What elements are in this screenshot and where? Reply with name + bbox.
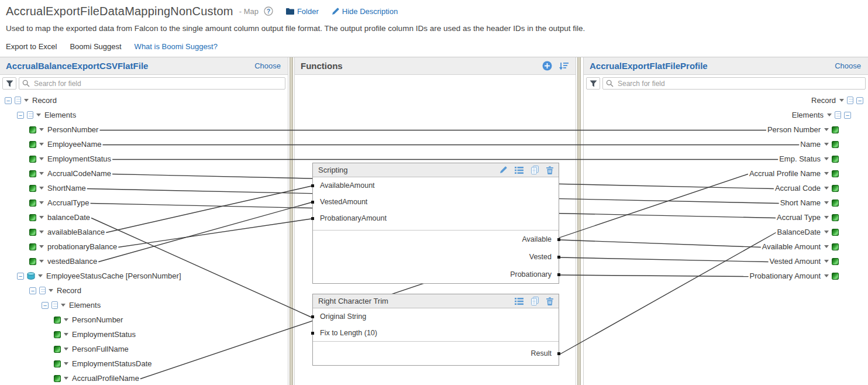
delete-function-icon[interactable]: [546, 166, 553, 174]
destination-search-input[interactable]: [602, 77, 866, 90]
tree-node-r-BalanceDate[interactable]: BalanceDate: [584, 225, 868, 239]
collapse-icon[interactable]: −: [856, 97, 863, 104]
output-connector[interactable]: [557, 352, 560, 355]
collapse-icon[interactable]: −: [29, 287, 36, 294]
tree-node-l-elements2[interactable]: −Elements: [0, 298, 288, 312]
tree-node-l-PersonNumber2[interactable]: PersonNumber: [0, 312, 288, 327]
tree-node-r-AvailableAmount[interactable]: Available Amount: [584, 239, 868, 254]
chevron-down-icon[interactable]: [61, 304, 66, 307]
collapse-icon[interactable]: −: [844, 112, 851, 119]
function-box-scripting[interactable]: ScriptingAvailableAmountVestedAmountProb…: [312, 163, 559, 284]
tree-node-r-AccrualType[interactable]: Accrual Type: [584, 210, 868, 225]
input-connector[interactable]: [311, 315, 314, 318]
function-box-rct[interactable]: Right Character TrimOriginal StringFix t…: [312, 294, 559, 366]
chevron-down-icon[interactable]: [824, 201, 829, 204]
chevron-down-icon[interactable]: [36, 114, 41, 116]
tree-node-r-elements[interactable]: Elements−: [584, 108, 868, 122]
tree-node-l-balanceDate[interactable]: balanceDate: [0, 210, 288, 225]
tree-node-r-AccrualProfileName[interactable]: Accrual Profile Name: [584, 166, 868, 181]
tree-node-r-record[interactable]: Record−: [584, 93, 868, 108]
function-input[interactable]: Original String: [313, 308, 559, 325]
tree-node-l-AccrualProfileName[interactable]: AccrualProfileName: [0, 371, 288, 385]
input-connector[interactable]: [311, 184, 314, 187]
input-connector[interactable]: [311, 201, 314, 204]
chevron-down-icon[interactable]: [39, 157, 44, 160]
function-box-header[interactable]: Right Character Trim: [313, 294, 559, 308]
sort-functions-icon[interactable]: [559, 62, 569, 70]
collapse-icon[interactable]: −: [5, 97, 12, 104]
function-input[interactable]: VestedAmount: [313, 194, 559, 210]
tree-node-l-AccrualType[interactable]: AccrualType: [0, 195, 288, 210]
function-output[interactable]: Result: [313, 342, 559, 365]
tree-node-l-EmploymentStatus2[interactable]: EmploymentStatus: [0, 327, 288, 342]
destination-choose-link[interactable]: Choose: [835, 61, 861, 70]
tree-node-l-EmployeeName[interactable]: EmployeeName: [0, 137, 288, 152]
chevron-down-icon[interactable]: [824, 260, 829, 263]
chevron-down-icon[interactable]: [39, 201, 44, 204]
what-is-boomi-suggest-link[interactable]: What is Boomi Suggest?: [135, 42, 218, 51]
edit-function-icon[interactable]: [500, 166, 507, 174]
chevron-down-icon[interactable]: [839, 99, 844, 102]
delete-function-icon[interactable]: [546, 297, 553, 305]
tree-node-l-EmployeeStatusCache[interactable]: −EmployeeStatusCache [PersonNumber]: [0, 269, 288, 283]
tree-node-l-ShortName[interactable]: ShortName: [0, 181, 288, 195]
function-input[interactable]: ProbationaryAmount: [313, 210, 559, 226]
collapse-icon[interactable]: −: [17, 273, 24, 280]
source-choose-link[interactable]: Choose: [254, 61, 281, 70]
chevron-down-icon[interactable]: [824, 216, 829, 219]
chevron-down-icon[interactable]: [64, 377, 68, 380]
chevron-down-icon[interactable]: [39, 231, 44, 233]
function-output[interactable]: Probationary: [313, 266, 559, 283]
tree-node-l-PersonNumber[interactable]: PersonNumber: [0, 122, 288, 137]
chevron-down-icon[interactable]: [824, 245, 829, 248]
tree-node-l-record[interactable]: −Record: [0, 93, 288, 108]
copy-function-icon[interactable]: [531, 297, 539, 305]
chevron-down-icon[interactable]: [39, 143, 44, 146]
output-connector[interactable]: [557, 273, 560, 276]
input-connector[interactable]: [311, 217, 314, 220]
tree-node-r-PersonNumber[interactable]: Person Number: [584, 122, 868, 137]
tree-node-r-VestedAmount[interactable]: Vested Amount: [584, 254, 868, 269]
chevron-down-icon[interactable]: [64, 333, 68, 336]
tree-node-l-probationaryBalance[interactable]: probationaryBalance: [0, 239, 288, 254]
panel-divider[interactable]: [576, 57, 582, 385]
chevron-down-icon[interactable]: [39, 245, 44, 248]
function-box-header[interactable]: Scripting: [313, 163, 559, 177]
collapse-icon[interactable]: −: [42, 302, 49, 309]
collapse-icon[interactable]: −: [17, 112, 24, 119]
tree-node-l-vestedBalance[interactable]: vestedBalance: [0, 254, 288, 269]
source-search-input[interactable]: [19, 77, 285, 90]
function-detail-icon[interactable]: [515, 298, 523, 305]
chevron-down-icon[interactable]: [39, 216, 44, 219]
chevron-down-icon[interactable]: [824, 274, 829, 277]
chevron-down-icon[interactable]: [824, 172, 829, 175]
tree-node-l-EmploymentStatus[interactable]: EmploymentStatus: [0, 152, 288, 166]
tree-node-l-PersonFullName[interactable]: PersonFullName: [0, 342, 288, 356]
tree-node-l-availableBalance[interactable]: availableBalance: [0, 225, 288, 239]
tree-node-r-AccrualCode[interactable]: Accrual Code: [584, 181, 868, 195]
function-detail-icon[interactable]: [515, 167, 523, 174]
chevron-down-icon[interactable]: [824, 128, 829, 131]
copy-function-icon[interactable]: [531, 166, 539, 174]
chevron-down-icon[interactable]: [39, 128, 44, 131]
tree-node-l-elements[interactable]: −Elements: [0, 108, 288, 122]
function-output[interactable]: Available: [313, 231, 559, 248]
chevron-down-icon[interactable]: [38, 274, 43, 277]
folder-link[interactable]: Folder: [286, 7, 319, 16]
chevron-down-icon[interactable]: [64, 348, 68, 350]
chevron-down-icon[interactable]: [827, 114, 832, 116]
chevron-down-icon[interactable]: [24, 99, 29, 102]
filter-button[interactable]: [586, 77, 600, 90]
chevron-down-icon[interactable]: [49, 289, 53, 292]
chevron-down-icon[interactable]: [824, 143, 829, 146]
boomi-suggest-button[interactable]: Boomi Suggest: [70, 42, 121, 51]
add-function-icon[interactable]: [542, 61, 552, 71]
output-connector[interactable]: [557, 238, 560, 241]
chevron-down-icon[interactable]: [824, 231, 829, 233]
chevron-down-icon[interactable]: [824, 187, 829, 190]
tree-node-l-EmploymentStatusDate[interactable]: EmploymentStatusDate: [0, 356, 288, 371]
input-connector[interactable]: [311, 332, 314, 335]
chevron-down-icon[interactable]: [39, 172, 44, 175]
help-icon[interactable]: ?: [264, 6, 273, 16]
hide-description-link[interactable]: Hide Description: [332, 7, 398, 16]
